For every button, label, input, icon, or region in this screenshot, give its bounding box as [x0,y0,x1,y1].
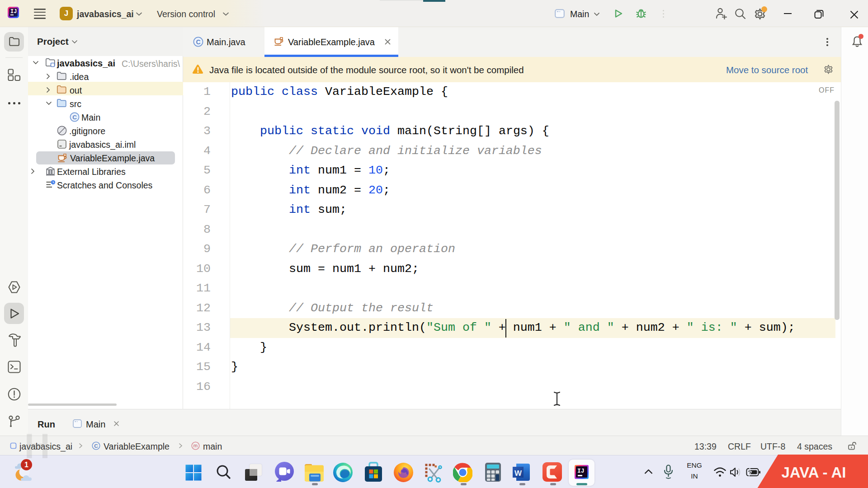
svg-text:C: C [196,38,200,46]
svg-text:C: C [72,114,77,121]
svg-text:W: W [514,469,522,478]
svg-text:C: C [94,443,98,449]
svg-text:m: m [193,443,198,448]
